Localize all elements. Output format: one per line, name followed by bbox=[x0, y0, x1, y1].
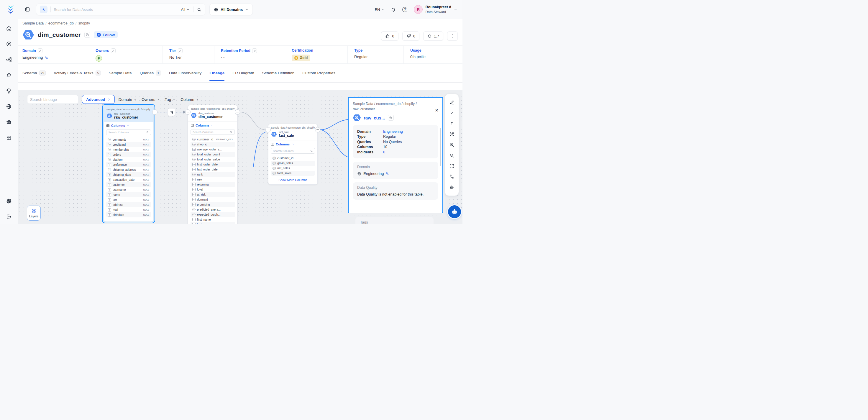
column-row[interactable]: name NULL bbox=[106, 192, 151, 197]
domains-dropdown[interactable]: All Domains bbox=[209, 3, 253, 16]
node-title[interactable]: dim_customer bbox=[198, 115, 223, 119]
logout-icon[interactable] bbox=[6, 214, 12, 220]
column-row[interactable]: shipping_address NULL bbox=[106, 167, 151, 172]
show-more-columns-link[interactable]: Show More Columns bbox=[271, 178, 315, 182]
tab[interactable]: Sample Data bbox=[109, 64, 132, 82]
breadcrumb-item[interactable]: ecommerce_db bbox=[49, 21, 74, 25]
settings-icon[interactable] bbox=[6, 198, 12, 204]
edit-owners-button[interactable] bbox=[111, 49, 116, 53]
column-row[interactable]: orders NULL bbox=[106, 152, 151, 157]
edit-tier-button[interactable] bbox=[178, 49, 183, 53]
tab[interactable]: Data Observability bbox=[169, 64, 202, 82]
more-actions-button[interactable] bbox=[447, 31, 458, 41]
lineage-search-input[interactable] bbox=[30, 97, 82, 102]
column-row[interactable]: average_order_s... bbox=[190, 147, 235, 152]
tab[interactable]: ER Diagram bbox=[232, 64, 254, 82]
meta-domain-value[interactable]: Engineering bbox=[23, 55, 43, 60]
edge-port[interactable] bbox=[152, 110, 157, 115]
column-row[interactable]: total_sales bbox=[271, 171, 315, 176]
breadcrumb-item[interactable]: Sample Data bbox=[23, 21, 44, 25]
settings-gear-icon[interactable] bbox=[446, 182, 457, 192]
column-row[interactable]: creditcard NULL bbox=[106, 142, 151, 147]
app-logo-icon[interactable] bbox=[6, 4, 16, 14]
node-column-search[interactable] bbox=[106, 129, 151, 135]
layers-button[interactable]: Layers bbox=[27, 206, 41, 220]
copy-name-button[interactable] bbox=[84, 32, 90, 38]
node-column-search[interactable] bbox=[190, 129, 235, 135]
node-title[interactable]: raw_customer bbox=[114, 115, 138, 119]
zoom-in-icon[interactable] bbox=[446, 140, 457, 150]
search-icon[interactable] bbox=[197, 7, 202, 12]
column-search-input[interactable] bbox=[273, 149, 310, 152]
home-icon[interactable] bbox=[6, 25, 12, 31]
columns-toggle[interactable]: Columns bbox=[106, 124, 151, 127]
domain-value[interactable]: Engineering bbox=[363, 171, 384, 176]
ai-sparkle-icon[interactable] bbox=[40, 6, 48, 13]
column-row[interactable]: customer_id bbox=[271, 156, 315, 161]
column-row[interactable]: net_sales bbox=[271, 166, 315, 171]
column-row[interactable]: birthdate NULL bbox=[106, 212, 151, 217]
column-row[interactable]: customer NULL bbox=[106, 182, 151, 187]
lineage-search[interactable] bbox=[27, 95, 78, 104]
advanced-filters-button[interactable]: Advanced bbox=[82, 95, 115, 104]
edit-pencil-icon[interactable] bbox=[446, 97, 457, 108]
expand-icon[interactable] bbox=[446, 129, 457, 140]
globe-icon[interactable] bbox=[6, 103, 12, 110]
column-row[interactable]: first_order_date bbox=[190, 162, 235, 167]
column-row[interactable]: rank bbox=[190, 172, 235, 177]
lineage-filter-dropdown[interactable]: Column bbox=[181, 97, 199, 102]
tab[interactable]: Activity Feeds & Tasks 5 bbox=[54, 64, 101, 82]
column-row[interactable]: membership NULL bbox=[106, 147, 151, 152]
zoom-out-icon[interactable] bbox=[446, 150, 457, 161]
column-row[interactable]: total_order_count bbox=[190, 152, 235, 157]
columns-toggle[interactable]: Columns bbox=[190, 124, 235, 127]
column-row[interactable]: gross_sales bbox=[271, 161, 315, 166]
column-row[interactable]: first_name bbox=[190, 217, 235, 222]
column-row[interactable]: customer_id PRIMARY_KEY bbox=[190, 137, 235, 142]
upvote-button[interactable]: 0 bbox=[381, 31, 398, 41]
collapse-downstream-button[interactable] bbox=[235, 110, 240, 115]
edit-domain-button[interactable] bbox=[38, 49, 42, 53]
column-row[interactable]: new bbox=[190, 177, 235, 182]
upload-icon[interactable] bbox=[446, 118, 457, 129]
column-row[interactable]: address NULL bbox=[106, 202, 151, 207]
language-dropdown[interactable]: EN bbox=[375, 7, 384, 12]
panel-breadcrumb[interactable]: Sample Data / ecommerce_db / shopify / r… bbox=[353, 101, 433, 112]
help-icon[interactable] bbox=[402, 7, 407, 12]
insights-icon[interactable] bbox=[6, 88, 12, 94]
close-icon[interactable] bbox=[435, 108, 438, 113]
column-row[interactable]: loyal bbox=[190, 187, 235, 192]
search-scope-dropdown[interactable]: All bbox=[181, 7, 190, 12]
certification-badge[interactable]: Gold bbox=[292, 55, 310, 61]
tab[interactable]: Lineage bbox=[209, 64, 224, 82]
column-row[interactable]: expected_purch... bbox=[190, 212, 235, 217]
chatbot-button[interactable] bbox=[448, 205, 461, 218]
edit-retention-button[interactable] bbox=[252, 49, 257, 53]
notifications-bell-icon[interactable] bbox=[391, 7, 396, 12]
user-menu[interactable]: R Rounakpreet.d Data Steward bbox=[414, 5, 457, 14]
sidebar-toggle-icon[interactable] bbox=[25, 7, 30, 12]
glossary-icon[interactable] bbox=[6, 135, 12, 141]
column-row[interactable]: predicted_avera... bbox=[190, 207, 235, 212]
info-value-domain[interactable]: Engineering bbox=[383, 129, 403, 133]
link-icon[interactable] bbox=[386, 172, 389, 176]
version-button[interactable]: 1.7 bbox=[423, 31, 443, 41]
tab[interactable]: Schema 29 bbox=[23, 64, 46, 82]
column-row[interactable]: sex NULL bbox=[106, 197, 151, 202]
lineage-node-fact-sale[interactable]: sample_data / ecommerce_db / shopify fac… bbox=[268, 124, 318, 185]
compass-icon[interactable] bbox=[6, 41, 12, 47]
column-row[interactable]: comments NULL bbox=[106, 137, 151, 142]
tab[interactable]: Custom Properties bbox=[302, 64, 335, 82]
share-graph-icon[interactable] bbox=[446, 171, 457, 182]
column-search-input[interactable] bbox=[108, 131, 146, 134]
follow-button[interactable]: Follow bbox=[94, 31, 118, 38]
breadcrumb-item[interactable]: shopify bbox=[78, 21, 90, 25]
lineage-filter-dropdown[interactable]: Tag bbox=[165, 97, 176, 102]
column-row[interactable]: promising bbox=[190, 202, 235, 207]
panel-asset-title[interactable]: raw_cus... bbox=[364, 115, 385, 120]
edge-port[interactable] bbox=[266, 127, 271, 132]
collapse-upstream-button[interactable] bbox=[185, 110, 190, 115]
node-title[interactable]: fact_sale bbox=[279, 133, 294, 138]
lineage-filter-dropdown[interactable]: Domain bbox=[119, 97, 137, 102]
search-insights-icon[interactable] bbox=[6, 72, 12, 78]
